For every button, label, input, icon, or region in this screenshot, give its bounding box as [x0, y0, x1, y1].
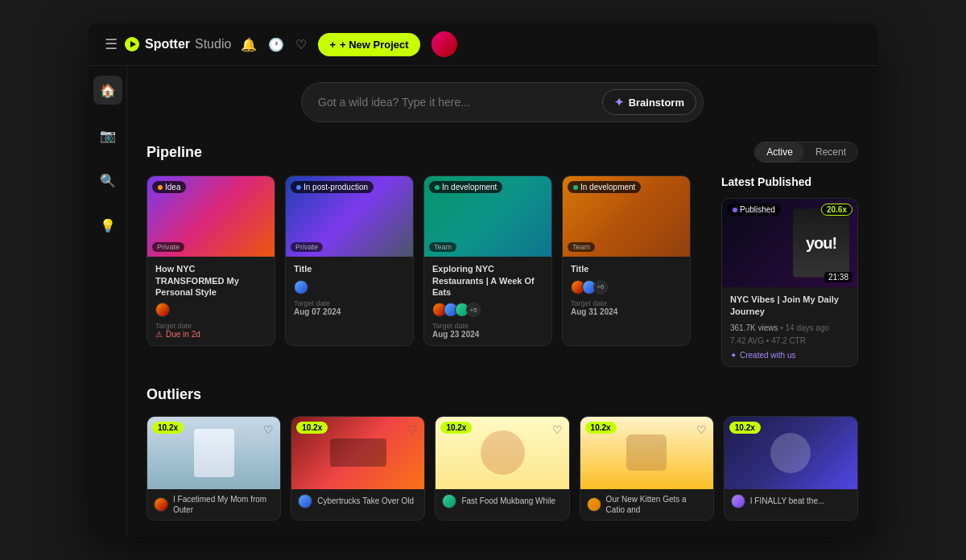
pipeline-card-1[interactable]: Idea Private How NYC TRANSFORMED My Pers…	[147, 175, 275, 346]
new-project-button[interactable]: + + New Project	[318, 33, 419, 56]
sidebar-item-camera[interactable]: 📷	[93, 121, 122, 150]
heart-icon-3[interactable]: ♡	[552, 423, 563, 436]
outlier-title-3: Fast Food Mukbang While	[461, 496, 555, 506]
avatar-stack-3: +5	[432, 303, 481, 317]
card-warning-1: ⚠ Due in 2d	[155, 330, 266, 339]
outlier-title-1: I Facetimed My Mom from Outer	[173, 494, 274, 515]
user-avatar[interactable]	[431, 31, 457, 57]
card-meta-2	[294, 280, 405, 294]
avatar-count-3: +5	[466, 303, 481, 317]
card-badge-3: In development	[429, 181, 502, 193]
outlier-image-3: 10.2x ♡	[436, 417, 568, 489]
latest-stats: 361.7K views • 14 days ago 7.42 AVG • 47…	[730, 322, 849, 348]
outlier-card-1[interactable]: 10.2x ♡ I Facetimed My Mom from Outer	[147, 416, 281, 521]
brainstorm-button[interactable]: ✦ Brainstorm	[602, 89, 696, 115]
badge-label-1: Idea	[165, 183, 180, 191]
warning-icon-1: ⚠	[155, 330, 163, 339]
avatar-stack-2	[294, 280, 305, 294]
pipeline-cards-container: Idea Private How NYC TRANSFORMED My Pers…	[147, 175, 705, 367]
card-badge-4: In development	[568, 181, 641, 193]
latest-multiplier: 20.6x	[821, 204, 852, 216]
sidebar-item-home[interactable]: 🏠	[93, 76, 122, 105]
created-badge: ✦ Created with us	[730, 351, 849, 360]
card-title-2: Title	[294, 263, 405, 274]
card-target-3: Target date	[432, 322, 543, 330]
card-date-2: Aug 07 2024	[294, 307, 405, 316]
card-meta-3: +5	[432, 303, 543, 317]
filter-buttons: Active Recent	[754, 142, 858, 163]
menu-icon[interactable]: ☰	[105, 35, 118, 53]
sidebar-item-search[interactable]: 🔍	[93, 166, 122, 195]
outlier-mult-3: 10.2x	[440, 422, 472, 434]
latest-published-card[interactable]: you! Published 20.6x 21:38 NYC Vib	[721, 198, 858, 367]
sidebar: 🏠 📷 🔍 💡	[89, 66, 127, 537]
card-date-3: Aug 23 2024	[432, 330, 543, 339]
heart-icon-2[interactable]: ♡	[407, 423, 418, 436]
card-title-1: How NYC TRANSFORMED My Personal Style	[155, 263, 266, 298]
created-label: Created with us	[740, 351, 795, 360]
latest-badge: Published	[727, 204, 781, 216]
card-title-3: Exploring NYC Restaurants | A Week Of Ea…	[432, 263, 543, 298]
card-body-3: Exploring NYC Restaurants | A Week Of Ea…	[424, 257, 551, 345]
sidebar-item-idea[interactable]: 💡	[93, 211, 122, 240]
pipeline-cards: Idea Private How NYC TRANSFORMED My Pers…	[147, 175, 705, 346]
pipeline-header: Pipeline Active Recent	[147, 142, 858, 163]
outlier-body-1: I Facetimed My Mom from Outer	[147, 489, 280, 520]
logo-icon	[124, 36, 140, 52]
card-badge-2: In post-production	[291, 181, 374, 193]
heart-icon-1[interactable]: ♡	[263, 423, 274, 436]
card-body-1: How NYC TRANSFORMED My Personal Style Ta…	[147, 257, 275, 345]
search-icon: 🔍	[100, 173, 116, 188]
outlier-title-5: I FINALLY beat the...	[750, 496, 824, 506]
outlier-card-5[interactable]: 10.2x ♡ I FINALLY beat the...	[724, 416, 858, 521]
badge-label-4: In development	[580, 183, 635, 191]
app-subtitle: Studio	[195, 37, 231, 51]
card-body-2: Title Target date Aug 07 2024	[286, 257, 413, 322]
outlier-mult-2: 10.2x	[296, 422, 328, 434]
outlier-avatar-4	[587, 497, 601, 512]
heart-icon-4[interactable]: ♡	[696, 423, 707, 436]
outlier-body-3: Fast Food Mukbang While	[436, 489, 568, 513]
pipeline-card-3[interactable]: In development Team Exploring NYC Restau…	[423, 175, 552, 346]
warning-text-1: Due in 2d	[166, 330, 200, 339]
notification-icon[interactable]: 🔔	[241, 37, 257, 52]
latest-avg: 7.42 AVG	[730, 336, 764, 345]
card-badge-1: Idea	[152, 181, 186, 193]
outlier-avatar-5	[731, 494, 745, 509]
private-badge-2: Private	[291, 242, 323, 252]
filter-recent[interactable]: Recent	[804, 142, 857, 162]
home-icon: 🏠	[100, 83, 116, 98]
badge-label-2: In post-production	[303, 183, 368, 191]
sparkle-icon: ✦	[730, 351, 737, 360]
idea-icon: 💡	[100, 218, 116, 233]
camera-icon: 📷	[100, 128, 116, 143]
card-avatar-1	[155, 303, 170, 317]
outlier-mult-1: 10.2x	[152, 422, 184, 434]
card-image-3: In development Team	[424, 176, 551, 257]
favorites-icon[interactable]: ♡	[295, 37, 307, 52]
heart-icon-5[interactable]: ♡	[840, 423, 851, 436]
outlier-card-2[interactable]: 10.2x ♡ Cybertrucks Take Over Old	[291, 416, 425, 521]
outlier-image-5: 10.2x ♡	[724, 417, 857, 489]
outliers-section: Outliers 10.2x ♡	[147, 386, 858, 521]
outlier-avatar-2	[298, 494, 312, 509]
team-badge-4: Team	[568, 242, 595, 252]
latest-ctr: 47.2 CTR	[771, 336, 806, 345]
outlier-title-4: Our New Kitten Gets a Catio and	[606, 494, 707, 515]
pipeline-card-4[interactable]: In development Team Title	[562, 175, 691, 346]
latest-duration: 21:38	[824, 272, 852, 282]
outlier-image-1: 10.2x ♡	[147, 417, 280, 489]
pipeline-card-2[interactable]: In post-production Private Title	[285, 175, 414, 346]
card-target-4: Target date	[571, 299, 682, 307]
search-input[interactable]	[318, 96, 594, 109]
history-icon[interactable]: 🕐	[268, 37, 284, 52]
outlier-body-2: Cybertrucks Take Over Old	[291, 489, 424, 513]
outliers-title: Outliers	[147, 386, 201, 403]
outlier-card-4[interactable]: 10.2x ♡ Our New Kitten Gets a Catio and	[580, 416, 714, 521]
outlier-image-2: 10.2x ♡	[291, 417, 424, 489]
filter-active[interactable]: Active	[755, 142, 804, 162]
outliers-cards: 10.2x ♡ I Facetimed My Mom from Outer	[147, 416, 858, 521]
outlier-card-3[interactable]: 10.2x ♡ Fast Food Mukbang While	[435, 416, 569, 521]
latest-views: 361.7K views	[730, 323, 778, 332]
card-date-4: Aug 31 2024	[571, 307, 682, 316]
